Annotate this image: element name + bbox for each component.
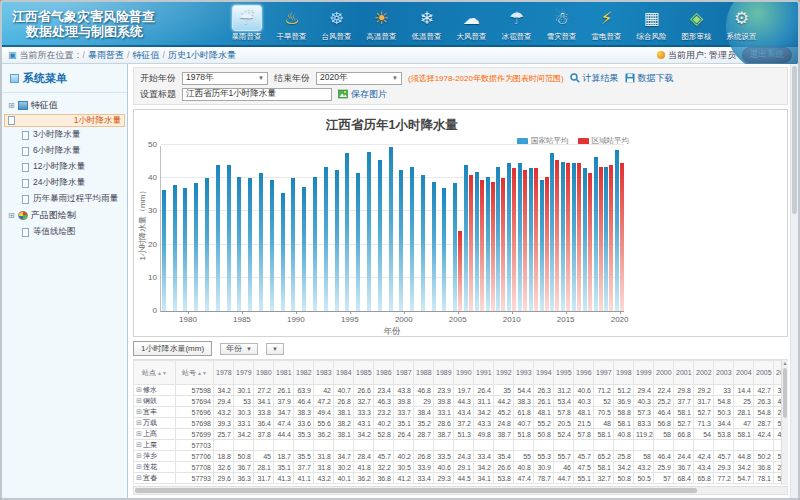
nav-item-gale[interactable]: ☁大风普查 (449, 4, 494, 45)
tree-item[interactable]: 等值线绘图 (4, 224, 125, 240)
value-cell: 24.3 (454, 451, 474, 462)
national-avg-bar (583, 168, 587, 311)
table-row: ⊞上高5769925.734.237.844.435.336.238.134.2… (134, 429, 789, 440)
value-cell: 33 (714, 385, 734, 396)
year-filter-select[interactable]: 年份 ▼ (220, 343, 258, 355)
value-cell (614, 440, 634, 451)
table-tab-button[interactable]: 1小时降水量(mm) (133, 341, 212, 356)
value-cell: 31.7 (694, 396, 714, 407)
table-vscroll-thumb[interactable] (783, 368, 787, 418)
nav-icon-box: ▦ (637, 5, 667, 31)
expand-icon[interactable]: ⊞ (136, 430, 142, 437)
value-cell: 34.2 (734, 462, 754, 473)
nav-item-low-temp[interactable]: ❄低温普查 (404, 4, 449, 45)
value-cell: 27.2 (254, 385, 274, 396)
year-column-header: 1992 (494, 361, 514, 385)
value-cell: 26.3 (534, 385, 554, 396)
tree-node-label: 产品图绘制 (31, 209, 76, 222)
expand-icon[interactable]: ⊞ (136, 397, 142, 404)
tree-node-feature-values[interactable]: ⊞特征值 (4, 97, 125, 114)
value-cell: 26.8 (414, 451, 434, 462)
page-icon (22, 131, 29, 140)
national-avg-bar (270, 180, 274, 311)
nav-item-composite-risk[interactable]: ▦综合风险 (629, 4, 674, 45)
expand-icon[interactable]: ⊞ (136, 463, 142, 470)
nav-item-lightning[interactable]: ⚡雷电普查 (584, 4, 629, 45)
station-name: 上高 (143, 430, 157, 437)
value-cell: 36.7 (674, 462, 694, 473)
tree-item[interactable]: 6小时降水量 (4, 143, 125, 159)
tree-item[interactable]: 历年暴雨过程平均雨量 (4, 191, 125, 207)
gridline (161, 144, 624, 145)
value-cell: 25.8 (614, 451, 634, 462)
table-horizontal-scrollbar[interactable] (133, 486, 788, 495)
station-name: 铜鼓 (143, 397, 157, 404)
regional-avg-bar (501, 178, 505, 311)
nav-icon-box: ☃ (547, 5, 577, 31)
year-column-header: 1996 (574, 361, 594, 385)
chart-title-input[interactable] (182, 88, 332, 101)
station-id-cell: 57703 (176, 440, 214, 451)
value-cell: 39.8 (434, 396, 454, 407)
nav-item-map-review[interactable]: ◈图形审核 (674, 4, 719, 45)
data-download-button[interactable]: 数据下载 (625, 72, 674, 85)
expand-icon[interactable]: ⊞ (136, 386, 142, 393)
expand-icon[interactable]: ⊞ (136, 441, 142, 448)
table-row: ⊞铜鼓5769429.45334.137.946.447.226.832.746… (134, 396, 789, 407)
main-vscroll-thumb[interactable] (792, 66, 797, 214)
table-vertical-scrollbar[interactable]: ▲ (781, 360, 788, 485)
value-cell (374, 440, 394, 451)
expand-icon[interactable]: ⊞ (136, 408, 142, 415)
tree-item[interactable]: 1小时降水量 (4, 114, 125, 127)
nav-item-high-temp[interactable]: ☀高温普查 (359, 4, 404, 45)
tree-item[interactable]: 24小时降水量 (4, 175, 125, 191)
value-cell: 29.4 (634, 385, 654, 396)
table-hscroll-thumb[interactable] (135, 488, 697, 493)
national-avg-bar (442, 188, 446, 311)
collapse-icon[interactable]: ⊞ (8, 102, 15, 110)
value-cell: 25.7 (214, 429, 234, 440)
secondary-filter-select[interactable]: ▼ (266, 343, 284, 355)
save-image-button[interactable]: 保存图片 (338, 88, 387, 101)
nav-item-typhoon[interactable]: ☸台风普查 (314, 4, 359, 45)
current-user-label: 当前用户: 管理员 (668, 49, 736, 62)
tree-item[interactable]: 3小时降水量 (4, 127, 125, 143)
end-year-select[interactable]: 2020年 ▼ (316, 72, 402, 85)
table-body: ⊞修水5759834.230.127.226.163.94240.726.623… (134, 385, 789, 484)
tree-item[interactable]: 12小时降水量 (4, 159, 125, 175)
value-cell: 45.7 (374, 451, 394, 462)
top-nav: ☔暴雨普查♨干旱普查☸台风普查☀高温普查❄低温普查☁大风普查☂冰雹普查☃雪灾普查… (224, 4, 764, 45)
collapse-icon[interactable]: ⊞ (8, 212, 15, 220)
table-row: ⊞宜春5779329.636.331.741.341.143.240.136.2… (134, 473, 789, 484)
sort-icons[interactable]: ▲▼ (197, 370, 207, 376)
station-id-column-header[interactable]: 站号▲▼ (176, 361, 214, 385)
value-cell: 48 (594, 418, 614, 429)
expand-icon[interactable]: ⊞ (136, 419, 142, 426)
nav-item-rainstorm[interactable]: ☔暴雨普查 (224, 4, 269, 45)
value-cell: 39.8 (394, 396, 414, 407)
value-cell: 26.4 (474, 385, 494, 396)
value-cell: 46.8 (414, 385, 434, 396)
nav-item-settings[interactable]: ⚙系统设置 (719, 4, 764, 45)
tree-node-product-mapping[interactable]: ⊞产品图绘制 (4, 207, 125, 224)
nav-item-hail[interactable]: ☂冰雹普查 (494, 4, 539, 45)
value-cell: 23.2 (374, 407, 394, 418)
nav-item-label: 低温普查 (412, 32, 442, 42)
value-cell: 54.8 (714, 396, 734, 407)
main-vertical-scrollbar[interactable] (790, 64, 798, 498)
start-year-select[interactable]: 1978年 ▼ (182, 72, 268, 85)
nav-item-drought[interactable]: ♨干旱普查 (269, 4, 314, 45)
table-header-row: 站点▲▼站号▲▼19781979198019811982198319841985… (134, 361, 789, 385)
sort-icons[interactable]: ▲▼ (157, 370, 167, 376)
national-avg-bar (378, 160, 382, 311)
station-column-header[interactable]: 站点▲▼ (134, 361, 176, 385)
nav-item-snow[interactable]: ☃雪灾普查 (539, 4, 584, 45)
value-cell (354, 440, 374, 451)
expand-icon[interactable]: ⊞ (136, 452, 142, 459)
national-avg-bar (281, 193, 285, 311)
expand-icon[interactable]: ⊞ (136, 474, 142, 481)
calc-result-button[interactable]: 计算结果 (570, 72, 619, 85)
map-review-icon: ◈ (690, 10, 703, 27)
tree-item-label: 1小时降水量 (74, 115, 121, 127)
value-cell (634, 440, 654, 451)
